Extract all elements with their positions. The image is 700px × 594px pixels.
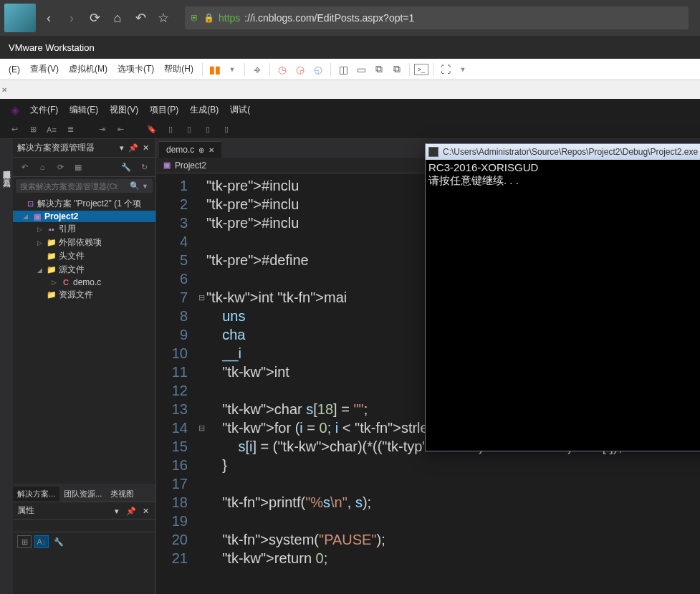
headers-node[interactable]: 📁头文件 (13, 249, 155, 263)
toolbar-outdent-icon[interactable]: ⇤ (113, 123, 128, 136)
separator (330, 63, 331, 76)
properties-icon[interactable]: 🔧 (119, 161, 133, 173)
layout1-icon[interactable]: ◫ (335, 62, 351, 77)
tab-close-icon[interactable]: ✕ (208, 146, 214, 154)
url-bar[interactable]: ⛨ 🔒 https://i.cnblogs.com/EditPosts.aspx… (185, 6, 689, 29)
properties-title: 属性 (17, 504, 34, 517)
show-all-icon[interactable]: ▦ (71, 161, 85, 173)
chevron-down-icon[interactable]: ▼ (142, 183, 148, 190)
console-titlebar[interactable]: C:\Users\Administrator\Source\Repos\Proj… (426, 144, 700, 160)
sort-icon[interactable]: A↓ (34, 535, 49, 548)
tab-solution[interactable]: 解决方案... (13, 487, 59, 502)
solution-search[interactable]: 🔍 ▼ (16, 179, 153, 193)
solution-root[interactable]: ⊡解决方案 "Project2" (1 个项 (13, 197, 155, 211)
star-button[interactable]: ☆ (153, 8, 173, 28)
menu-tabs[interactable]: 选项卡(T) (113, 61, 158, 77)
console-window[interactable]: C:\Users\Administrator\Source\Repos\Proj… (425, 143, 700, 451)
toolbar-icon[interactable]: ▯ (201, 123, 215, 136)
home-button[interactable]: ⌂ (107, 8, 128, 28)
tab-classview[interactable]: 类视图 (106, 487, 138, 502)
solution-explorer-title: 解决方案资源管理器 (17, 142, 118, 154)
toolbar-comment-icon[interactable]: ≣ (63, 123, 77, 136)
vs-menu-project[interactable]: 项目(P) (145, 102, 183, 118)
url-protocol: https (219, 12, 240, 24)
search-icon[interactable]: 🔍 (130, 181, 140, 191)
home-icon[interactable]: ⌂ (35, 161, 49, 173)
menu-view[interactable]: 查看(V) (26, 61, 63, 77)
toolbar-icon[interactable]: ▯ (182, 123, 196, 136)
toolbar-indent-icon[interactable]: ⇥ (95, 123, 109, 136)
dropdown-icon[interactable]: ▾ (112, 507, 121, 515)
menu-vm[interactable]: 虚拟机(M) (64, 61, 112, 77)
snapshot-take-icon[interactable]: ◷ (274, 62, 290, 77)
pin-icon[interactable]: 📌 (126, 143, 140, 153)
layout4-icon[interactable]: ⧉ (389, 62, 405, 77)
vs-menu-debug[interactable]: 调试( (226, 102, 254, 118)
solution-search-input[interactable] (20, 182, 130, 191)
nav-back-icon[interactable]: ↩ (7, 123, 21, 136)
sidebar-tab-toolbox[interactable]: 工具箱 (1, 169, 12, 178)
menu-help[interactable]: 帮助(H) (160, 61, 198, 77)
send-ctrl-alt-del-icon[interactable]: ⎆ (249, 62, 265, 77)
vs-menu-file[interactable]: 文件(F) (26, 102, 62, 118)
chevron-down-icon[interactable]: ▼ (224, 62, 240, 77)
properties-panel: 属性 ▾ 📌 ✕ ⊞ A↓ 🔧 (13, 502, 155, 594)
close-icon[interactable]: ✕ (140, 143, 151, 153)
forward-button[interactable]: › (62, 8, 82, 28)
toolbar-layout-icon[interactable]: ⊞ (26, 123, 40, 136)
snapshot-manage-icon[interactable]: ◵ (310, 62, 326, 77)
back-icon[interactable]: ↶ (17, 161, 32, 173)
snapshot-revert-icon[interactable]: ◶ (292, 62, 308, 77)
src-node[interactable]: ◢📁源文件 (13, 263, 155, 277)
democ-file[interactable]: ▷Cdemo.c (13, 277, 155, 288)
dropdown-icon[interactable]: ▾ (118, 143, 126, 153)
reload-button[interactable]: ⟳ (85, 8, 105, 28)
sync-icon[interactable]: ⟳ (53, 161, 67, 173)
fold-column[interactable]: ⊟⊟ (196, 173, 206, 594)
bottom-tabstrip: 解决方案... 团队资源... 类视图 (13, 487, 155, 502)
breadcrumb-project[interactable]: Project2 (175, 161, 206, 171)
pin-icon[interactable]: 📌 (124, 507, 138, 515)
bookmark-icon[interactable]: 🔖 (145, 123, 159, 136)
vs-logo-icon: ◈ (7, 102, 23, 118)
vs-menu-build[interactable]: 生成(B) (186, 102, 223, 118)
lock-icon: 🔒 (203, 13, 214, 23)
chevron-down-icon[interactable]: ▼ (455, 62, 471, 77)
vs-menubar: ◈ 文件(F) 编辑(E) 视图(V) 项目(P) 生成(B) 调试( (0, 99, 700, 120)
separator (244, 63, 245, 76)
tab-pin-icon[interactable]: ⊕ (198, 146, 204, 154)
vs-menu-view[interactable]: 视图(V) (105, 102, 143, 118)
undo-button[interactable]: ↶ (130, 8, 150, 28)
back-button[interactable]: ‹ (39, 8, 59, 28)
pause-icon[interactable]: ▮▮ (207, 62, 223, 77)
category-icon[interactable]: ⊞ (17, 535, 32, 548)
refresh-icon[interactable]: ↻ (137, 161, 151, 173)
layout2-icon[interactable]: ▭ (353, 62, 369, 77)
tab-team[interactable]: 团队资源... (59, 487, 106, 502)
close-icon[interactable]: ✕ (140, 507, 151, 515)
vs-toolbar: ↩ ⊞ A≡ ≣ ⇥ ⇤ 🔖 ▯ ▯ ▯ ▯ (0, 120, 700, 139)
avatar[interactable] (4, 4, 36, 32)
console-icon[interactable]: >_ (414, 64, 428, 75)
vs-menu-edit[interactable]: 编辑(E) (65, 102, 102, 118)
vmware-title-text: VMware Workstation (9, 42, 95, 53)
ext-deps-node[interactable]: ▷📁外部依赖项 (13, 236, 155, 249)
toolbar-font-icon[interactable]: A≡ (44, 123, 59, 136)
shield-icon: ⛨ (191, 13, 199, 23)
res-node[interactable]: 📁资源文件 (13, 288, 155, 302)
separator (433, 63, 433, 76)
layout3-icon[interactable]: ⧉ (371, 62, 387, 77)
sidebar-tab-server[interactable]: 服务器资源管理器 (1, 161, 12, 169)
fullscreen-icon[interactable]: ⛶ (438, 62, 454, 77)
project-icon: ▣ (162, 161, 172, 171)
wrench-icon[interactable]: 🔧 (52, 535, 66, 548)
toolbar-icon[interactable]: ▯ (219, 123, 234, 136)
project-node[interactable]: ◢▣Project2 (13, 211, 155, 222)
line-numbers: 123456789101112131415161718192021 (156, 173, 196, 594)
toolbar-icon[interactable]: ▯ (163, 123, 178, 136)
menu-edit[interactable]: (E) (4, 62, 24, 77)
refs-node[interactable]: ▷▪▪引用 (13, 222, 155, 236)
editor-tab-democ[interactable]: demo.c ⊕ ✕ (159, 141, 221, 158)
close-tab-icon[interactable]: ✕ (1, 86, 9, 93)
code-editor: demo.c ⊕ ✕ ▣ Project2 123456789101112131… (156, 139, 700, 594)
